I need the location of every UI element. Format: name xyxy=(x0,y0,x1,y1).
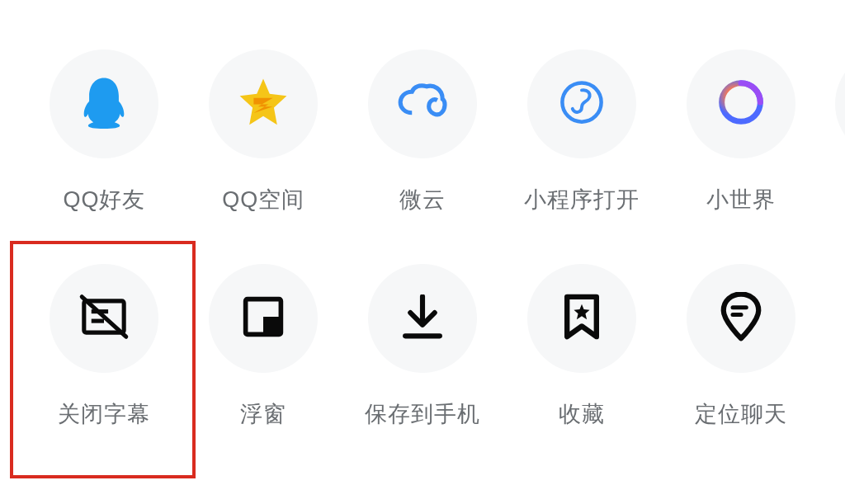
miniprogram-icon xyxy=(559,80,604,128)
favorite-icon xyxy=(563,294,601,343)
icon-circle xyxy=(368,264,477,373)
action-close-caption[interactable]: 关闭字幕 xyxy=(25,264,184,429)
icon-circle xyxy=(50,49,158,158)
icon-circle xyxy=(209,264,318,373)
icon-circle xyxy=(687,49,795,158)
option-label: 小程序打开 xyxy=(524,185,640,214)
action-locate-chat[interactable]: 定位聊天 xyxy=(661,264,820,429)
qzone-icon xyxy=(238,77,289,131)
float-window-icon xyxy=(241,294,286,342)
icon-circle xyxy=(687,264,795,373)
svg-rect-7 xyxy=(263,317,281,334)
option-label: 浮窗 xyxy=(240,399,286,429)
action-float-window[interactable]: 浮窗 xyxy=(184,264,343,429)
share-option-small-world[interactable]: 小世界 xyxy=(661,49,820,214)
icon-circle xyxy=(368,49,477,158)
action-favorite[interactable]: 收藏 xyxy=(502,264,661,429)
option-label: 关闭字幕 xyxy=(58,399,150,429)
option-label: 小世界 xyxy=(706,185,776,214)
qq-friend-icon xyxy=(78,76,130,132)
option-label: 收藏 xyxy=(559,399,605,429)
options-grid: QQ好友 QQ空间 微云 xyxy=(0,0,845,462)
option-label: QQ好友 xyxy=(63,185,145,214)
option-label: 微云 xyxy=(399,185,446,214)
share-option-qq-friend[interactable]: QQ好友 xyxy=(25,49,184,214)
option-label: 保存到手机 xyxy=(365,399,480,429)
locate-chat-icon xyxy=(720,292,762,345)
icon-circle xyxy=(527,264,636,373)
option-label: QQ空间 xyxy=(222,185,304,214)
weiyun-icon xyxy=(397,83,448,125)
close-caption-icon xyxy=(78,294,130,343)
download-icon xyxy=(402,294,443,342)
small-world-icon xyxy=(718,79,764,129)
icon-circle xyxy=(209,49,318,158)
share-option-qzone[interactable]: QQ空间 xyxy=(184,49,343,214)
icon-circle xyxy=(527,49,636,158)
icon-circle xyxy=(50,264,158,373)
share-option-miniprogram[interactable]: 小程序打开 xyxy=(502,49,661,214)
option-label: 定位聊天 xyxy=(695,399,787,429)
action-save-to-phone[interactable]: 保存到手机 xyxy=(343,264,503,429)
share-option-weiyun[interactable]: 微云 xyxy=(343,49,503,214)
